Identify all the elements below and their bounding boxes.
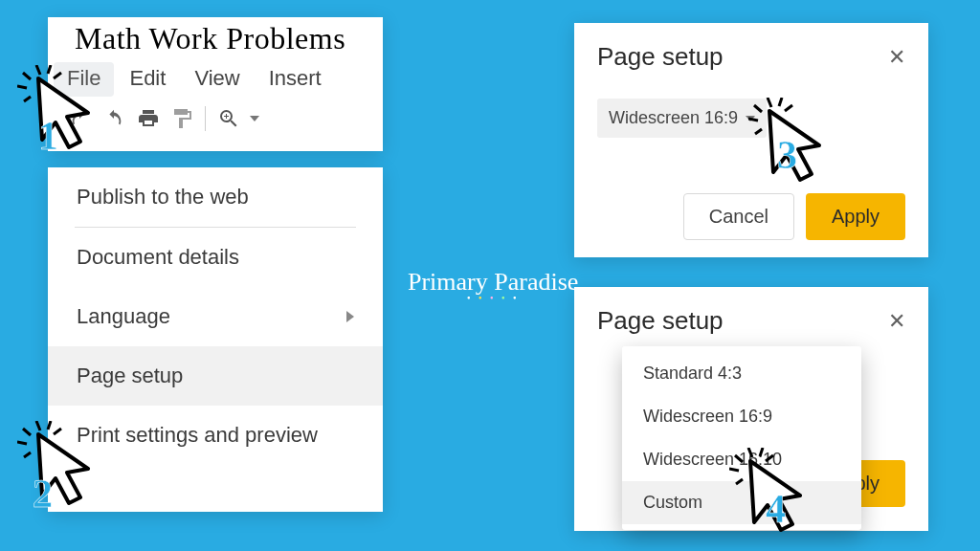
step-number-3: 3 — [777, 132, 797, 178]
ratio-option-wide1610[interactable]: Widescreen 16:10 — [622, 438, 861, 481]
menu-item-label: Document details — [77, 245, 239, 270]
dialog-title: Page setup — [597, 42, 724, 72]
page-setup-dialog-open: Page setup ✕ Cancel Apply Standard 4:3 W… — [574, 287, 928, 531]
menu-item-print-preview[interactable]: Print settings and preview — [48, 406, 383, 465]
ratio-options-list: Standard 4:3 Widescreen 16:9 Widescreen … — [622, 346, 861, 530]
ratio-dropdown[interactable]: Widescreen 16:9 — [597, 99, 767, 138]
menu-item-label: Print settings and preview — [77, 423, 318, 448]
zoom-icon[interactable] — [217, 107, 240, 130]
menu-item-page-setup[interactable]: Page setup — [48, 346, 383, 406]
dialog-buttons: Cancel Apply — [597, 193, 905, 240]
ratio-option-custom[interactable]: Custom — [622, 481, 861, 524]
print-icon[interactable] — [136, 107, 161, 130]
close-icon[interactable]: ✕ — [888, 309, 905, 334]
menu-edit[interactable]: Edit — [116, 62, 179, 97]
file-menu-panel: Publish to the web Document details Lang… — [48, 167, 383, 512]
watermark-text: Primary Paradise — [408, 268, 578, 296]
step-number-2: 2 — [33, 471, 53, 517]
chevron-down-icon — [746, 116, 755, 121]
icon-toolbar — [48, 97, 383, 131]
ratio-option-wide169[interactable]: Widescreen 16:9 — [622, 395, 861, 438]
menu-item-label: Language — [77, 304, 170, 329]
menu-item-language[interactable]: Language — [48, 287, 383, 346]
toolbar-panel: Math Work Problems File Edit View Insert — [48, 17, 383, 151]
toolbar-divider — [205, 106, 206, 131]
zoom-dropdown-icon[interactable] — [250, 116, 259, 121]
menu-view[interactable]: View — [181, 62, 253, 97]
dialog-header: Page setup ✕ — [597, 42, 905, 72]
menubar: File Edit View Insert — [48, 56, 383, 97]
cancel-button[interactable]: Cancel — [683, 193, 794, 240]
paint-format-icon[interactable] — [170, 107, 193, 130]
ratio-selected-label: Widescreen 16:9 — [609, 108, 738, 128]
submenu-arrow-icon — [346, 311, 354, 322]
apply-button[interactable]: Apply — [806, 193, 905, 240]
step-number-4: 4 — [766, 486, 786, 532]
menu-file[interactable]: File — [54, 62, 114, 97]
close-icon[interactable]: ✕ — [888, 45, 905, 70]
menu-item-publish[interactable]: Publish to the web — [48, 167, 383, 227]
menu-item-label: Publish to the web — [77, 185, 249, 209]
ratio-option-standard[interactable]: Standard 4:3 — [622, 352, 861, 395]
dialog-header: Page setup ✕ — [597, 306, 905, 336]
menu-item-label: Page setup — [77, 364, 183, 388]
menu-item-details[interactable]: Document details — [48, 228, 383, 287]
document-title[interactable]: Math Work Problems — [48, 17, 383, 56]
dialog-title: Page setup — [597, 306, 724, 336]
menu-insert[interactable]: Insert — [256, 62, 335, 97]
redo-icon[interactable] — [101, 108, 126, 129]
page-setup-dialog-closed: Page setup ✕ Widescreen 16:9 Cancel Appl… — [574, 23, 928, 257]
watermark: Primary Paradise • • • • • — [408, 268, 578, 303]
undo-icon[interactable] — [67, 108, 92, 129]
step-number-1: 1 — [38, 113, 58, 159]
